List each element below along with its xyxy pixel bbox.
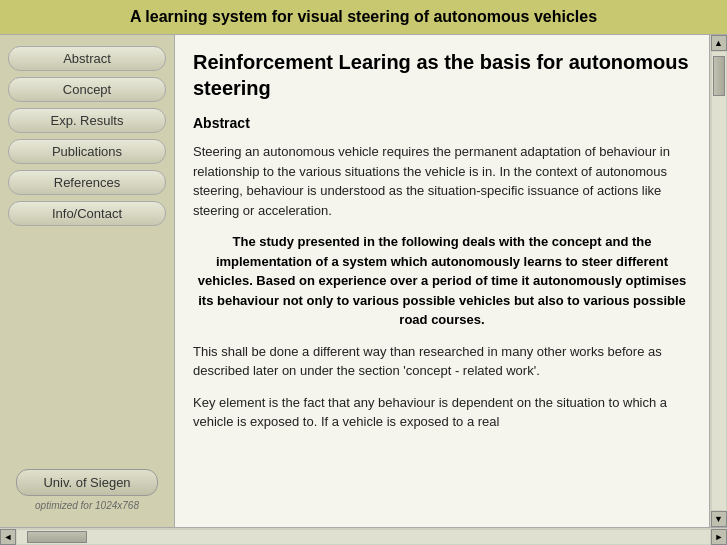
nav-exp-results[interactable]: Exp. Results <box>8 108 166 133</box>
h-scroll-thumb[interactable] <box>27 531 87 543</box>
paragraph-3: Key element is the fact that any behavio… <box>193 393 691 432</box>
page-header: A learning system for visual steering of… <box>0 0 727 35</box>
vertical-scrollbar: ▲ ▼ <box>709 35 727 527</box>
header-title: A learning system for visual steering of… <box>130 8 597 25</box>
content-title: Reinforcement Learing as the basis for a… <box>193 49 691 101</box>
highlight-block: The study presented in the following dea… <box>193 232 691 330</box>
optimized-label: optimized for 1024x768 <box>8 500 166 511</box>
scroll-right-button[interactable]: ► <box>711 529 727 545</box>
nav-concept[interactable]: Concept <box>8 77 166 102</box>
nav-references[interactable]: References <box>8 170 166 195</box>
univ-button[interactable]: Univ. of Siegen <box>16 469 158 496</box>
nav-publications[interactable]: Publications <box>8 139 166 164</box>
paragraph-1: Steering an autonomous vehicle requires … <box>193 142 691 220</box>
nav-abstract[interactable]: Abstract <box>8 46 166 71</box>
h-scroll-track[interactable] <box>17 530 710 544</box>
abstract-heading: Abstract <box>193 113 691 134</box>
main-content: Reinforcement Learing as the basis for a… <box>175 35 709 527</box>
horizontal-scrollbar: ◄ ► <box>0 527 727 545</box>
nav-info-contact[interactable]: Info/Contact <box>8 201 166 226</box>
sidebar: Abstract Concept Exp. Results Publicatio… <box>0 35 175 527</box>
scroll-thumb[interactable] <box>713 56 725 96</box>
scroll-up-button[interactable]: ▲ <box>711 35 727 51</box>
scroll-track[interactable] <box>712 52 726 510</box>
scroll-left-button[interactable]: ◄ <box>0 529 16 545</box>
paragraph-2: This shall be done a different way than … <box>193 342 691 381</box>
scroll-down-button[interactable]: ▼ <box>711 511 727 527</box>
